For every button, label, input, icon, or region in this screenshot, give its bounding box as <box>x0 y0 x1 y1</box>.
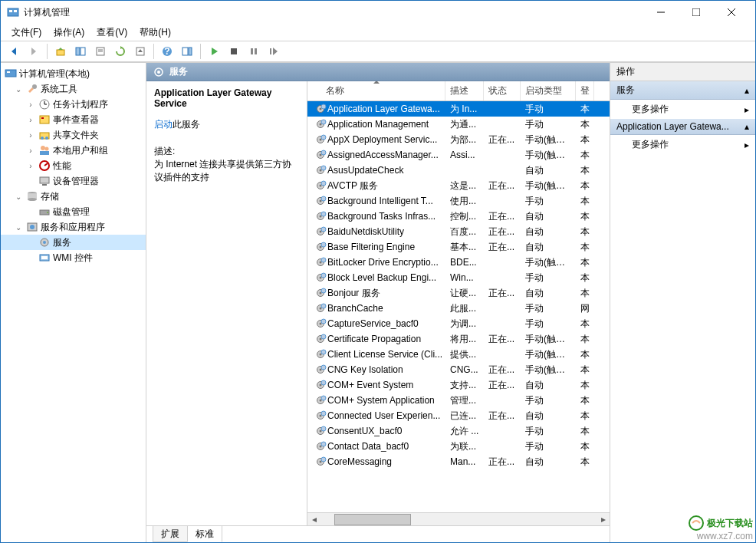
center-header: 服务 <box>146 63 610 81</box>
col-status[interactable]: 状态 <box>484 81 521 100</box>
tree-services-apps[interactable]: ⌄ 服务和应用程序 <box>1 219 146 235</box>
tree-services[interactable]: › 服务 <box>1 235 146 250</box>
expand-icon[interactable]: › <box>25 145 36 156</box>
service-row[interactable]: COM+ System Application管理...手动本 <box>307 393 610 408</box>
actions-pane: 操作 服务 ▴ 更多操作 ▸ Application Layer Gatewa.… <box>610 63 755 542</box>
up-button[interactable] <box>51 42 70 61</box>
menu-view[interactable]: 查看(V) <box>90 25 133 41</box>
scroll-left-icon[interactable]: ◂ <box>307 513 320 526</box>
svg-point-106 <box>321 334 326 339</box>
menu-help[interactable]: 帮助(H) <box>133 25 177 41</box>
service-row[interactable]: CNG Key IsolationCNG...正在...手动(触发...本 <box>307 362 610 377</box>
expand-icon[interactable]: › <box>25 114 36 125</box>
collapse-icon[interactable]: ⌄ <box>13 191 24 202</box>
maximize-button[interactable] <box>679 1 714 24</box>
gear-icon <box>315 133 327 146</box>
service-row[interactable]: Base Filtering Engine基本...正在...自动本 <box>307 239 610 255</box>
expand-icon[interactable]: › <box>25 160 36 171</box>
tree-device-manager[interactable]: › 设备管理器 <box>1 173 146 189</box>
service-logon-cell: 本 <box>576 379 594 392</box>
forward-button[interactable] <box>25 42 43 61</box>
action-group-services[interactable]: 服务 ▴ <box>610 81 755 100</box>
service-row[interactable]: Block Level Backup Engi...Win...手动本 <box>307 270 610 285</box>
service-status-cell: 正在... <box>484 210 521 223</box>
service-row[interactable]: Application Layer Gatewa...为 In...手动本 <box>307 101 610 117</box>
back-button[interactable] <box>5 42 23 61</box>
tree-root[interactable]: 计算机管理(本地) <box>1 66 146 81</box>
menu-action[interactable]: 操作(A) <box>48 25 90 41</box>
minimize-button[interactable] <box>643 1 679 24</box>
properties-button[interactable] <box>91 42 110 61</box>
action-pane-button[interactable] <box>178 42 196 61</box>
refresh-button[interactable] <box>111 42 130 61</box>
svg-point-73 <box>321 166 326 170</box>
service-row[interactable]: ConsentUX_bacf0允许 ...手动本 <box>307 423 610 439</box>
service-logon-cell: 网 <box>576 302 594 315</box>
tree-disk-mgmt[interactable]: › 磁盘管理 <box>1 204 146 219</box>
service-logon-cell: 本 <box>576 118 594 131</box>
expand-icon[interactable]: › <box>25 130 36 140</box>
col-startup[interactable]: 启动类型 <box>521 81 576 100</box>
service-row[interactable]: AVCTP 服务这是...正在...手动(触发...本 <box>307 178 610 193</box>
tree-performance[interactable]: › 性能 <box>1 158 146 173</box>
restart-button[interactable] <box>265 42 283 61</box>
svg-rect-2 <box>14 10 17 12</box>
play-button[interactable] <box>205 42 223 61</box>
tree-local-users[interactable]: › 本地用户和组 <box>1 143 146 158</box>
tree-system-tools[interactable]: ⌄ 系统工具 <box>1 81 146 97</box>
tree-task-scheduler[interactable]: › 任务计划程序 <box>1 97 146 112</box>
collapse-icon[interactable]: ⌄ <box>13 222 24 232</box>
service-row[interactable]: BaiduNetdiskUtility百度...正在...自动本 <box>307 224 610 239</box>
service-row[interactable]: Bonjour 服务让硬...正在...自动本 <box>307 285 610 301</box>
service-row[interactable]: Certificate Propagation将用...正在...手动(触发..… <box>307 331 610 347</box>
close-button[interactable] <box>714 1 749 24</box>
pause-button[interactable] <box>245 42 263 61</box>
stop-button[interactable] <box>225 42 243 61</box>
export-button[interactable] <box>131 42 150 61</box>
tab-extended[interactable]: 扩展 <box>153 526 188 542</box>
show-hide-tree-button[interactable] <box>71 42 90 61</box>
help-button[interactable]: ? <box>158 42 176 61</box>
service-row[interactable]: Background Intelligent T...使用...手动本 <box>307 193 610 209</box>
tree-label: 本地用户和组 <box>53 144 108 157</box>
service-row[interactable]: COM+ Event System支持...正在...自动本 <box>307 377 610 393</box>
service-row[interactable]: AppX Deployment Servic...为部...正在...手动(触发… <box>307 132 610 147</box>
action-more-2[interactable]: 更多操作 ▸ <box>610 135 755 154</box>
collapse-icon[interactable]: ⌄ <box>13 84 24 94</box>
service-row[interactable]: AssignedAccessManager...Assi...手动(触发...本 <box>307 147 610 163</box>
action-group-selected-service[interactable]: Application Layer Gatewa... ▴ <box>610 119 755 135</box>
service-row[interactable]: Application Management为通...手动本 <box>307 117 610 132</box>
tree-event-viewer[interactable]: › 事件查看器 <box>1 112 146 127</box>
tree-wmi[interactable]: › WMI 控件 <box>1 250 146 265</box>
service-row[interactable]: BranchCache此服...手动网 <box>307 301 610 316</box>
col-name[interactable]: 名称 <box>307 81 445 100</box>
service-list[interactable]: Application Layer Gatewa...为 In...手动本App… <box>307 101 610 512</box>
scroll-right-icon[interactable]: ▸ <box>597 513 610 526</box>
svg-rect-4 <box>692 8 700 16</box>
navigation-tree[interactable]: 计算机管理(本地) ⌄ 系统工具 › 任务计划程序 › 事件查看器 › 共享文件… <box>1 63 146 542</box>
service-row[interactable]: BitLocker Drive Encryptio...BDE...手动(触发.… <box>307 255 610 270</box>
tree-storage[interactable]: ⌄ 存储 <box>1 189 146 204</box>
service-row[interactable]: CoreMessagingMan...正在...自动本 <box>307 454 610 469</box>
service-row[interactable]: Connected User Experien...已连...正在...自动本 <box>307 408 610 423</box>
service-row[interactable]: Background Tasks Infras...控制...正在...自动本 <box>307 209 610 224</box>
action-more-1[interactable]: 更多操作 ▸ <box>610 100 755 119</box>
svg-point-100 <box>321 304 326 308</box>
service-row[interactable]: CaptureService_bacf0为调...手动本 <box>307 316 610 331</box>
svg-rect-9 <box>57 50 64 55</box>
menu-file[interactable]: 文件(F) <box>5 25 48 41</box>
tab-standard[interactable]: 标准 <box>187 526 222 542</box>
scroll-thumb[interactable] <box>334 514 411 525</box>
col-desc[interactable]: 描述 <box>445 81 484 100</box>
horizontal-scrollbar[interactable]: ◂ ▸ <box>307 512 610 525</box>
service-name-cell: BitLocker Drive Encryptio... <box>327 257 439 268</box>
service-row[interactable]: Contact Data_bacf0为联...手动本 <box>307 439 610 454</box>
service-row[interactable]: AsusUpdateCheck自动本 <box>307 163 610 178</box>
svg-point-39 <box>45 137 48 140</box>
service-row[interactable]: Client License Service (Cli...提供...手动(触发… <box>307 347 610 362</box>
expand-icon[interactable]: › <box>25 99 36 110</box>
tree-shared-folders[interactable]: › 共享文件夹 <box>1 127 146 143</box>
computer-icon <box>5 67 17 80</box>
start-link[interactable]: 启动 <box>154 119 173 130</box>
col-logon[interactable]: 登 <box>576 81 594 100</box>
